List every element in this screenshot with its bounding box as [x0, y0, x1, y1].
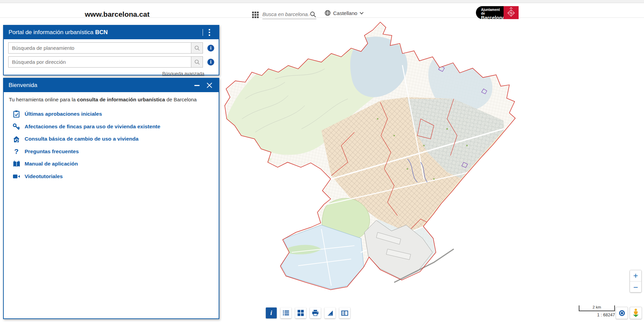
- site-search: [262, 10, 316, 19]
- locate-target-icon: [619, 310, 625, 316]
- address-search-group: [8, 56, 203, 68]
- map-toolbar: i: [266, 307, 350, 318]
- planning-search-group: [8, 42, 203, 54]
- book-icon: [12, 160, 21, 168]
- print-icon: [312, 310, 318, 316]
- house-change-icon: [12, 135, 21, 143]
- address-search-row: i: [8, 56, 214, 68]
- basemap-grid-button[interactable]: [295, 307, 306, 318]
- portal-panel-title: Portal de información urbanística: [9, 29, 94, 36]
- measure-button[interactable]: [325, 307, 335, 318]
- basemap-grid-icon: [298, 310, 304, 316]
- address-search-input[interactable]: [9, 57, 191, 67]
- locate-button[interactable]: [616, 307, 628, 319]
- search-icon[interactable]: [310, 11, 316, 18]
- zoom-out-button[interactable]: −: [630, 282, 641, 292]
- welcome-links: Últimas aprobaciones iniciales Afectacio…: [9, 108, 214, 183]
- logo-wordmark: Ajuntament de Barcelona: [476, 6, 504, 19]
- planning-search-button[interactable]: [191, 43, 203, 53]
- browser-top-strip: [0, 0, 644, 3]
- chevron-down-icon: [360, 11, 364, 14]
- zoom-in-button[interactable]: +: [630, 270, 641, 282]
- map-canvas[interactable]: [222, 19, 540, 319]
- results-list-icon: [283, 310, 289, 316]
- language-label: Castellano: [333, 10, 357, 16]
- zoom-control: + −: [630, 270, 642, 292]
- info-icon: i: [270, 309, 272, 317]
- welcome-panel-title: Bienvenida: [9, 82, 37, 89]
- welcome-intro: Tu herramienta online para la consulta d…: [9, 97, 214, 102]
- link-consulta-cambio-uso[interactable]: Consulta básica de cambio de uso a vivie…: [9, 133, 214, 145]
- key-icon: [12, 123, 21, 130]
- address-search-button[interactable]: [191, 57, 203, 67]
- swipe-button[interactable]: [339, 307, 350, 318]
- question-icon: ?: [12, 148, 21, 155]
- minimize-icon[interactable]: [194, 85, 200, 86]
- link-label: Consulta básica de cambio de uso a vivie…: [25, 136, 138, 142]
- site-header: www.barcelona.cat Castellano Ajuntament …: [0, 3, 644, 18]
- ajuntament-logo[interactable]: Ajuntament de Barcelona: [476, 6, 519, 19]
- language-selector[interactable]: Castellano: [325, 9, 362, 17]
- video-icon: [12, 174, 21, 179]
- link-label: Preguntas frecuentes: [25, 148, 79, 155]
- site-title: www.barcelona.cat: [85, 10, 149, 18]
- clipboard-check-icon: [12, 110, 21, 118]
- link-label: Manual de aplicación: [25, 161, 78, 167]
- pegman-icon: [632, 309, 640, 317]
- welcome-panel-body: Tu herramienta online para la consulta d…: [4, 92, 219, 187]
- link-preguntas-frecuentes[interactable]: ? Preguntas frecuentes: [9, 145, 214, 158]
- scale-bar-label: 2 km: [579, 305, 614, 309]
- link-label: Videotutoriales: [25, 173, 63, 180]
- search-icon: [194, 59, 200, 65]
- port-area: [365, 220, 454, 283]
- link-label: Últimas aprobaciones iniciales: [25, 111, 102, 117]
- close-icon[interactable]: [206, 82, 213, 89]
- scale-widget: 2 km 1 : 68247: [579, 305, 615, 317]
- scale-ratio: 1 : 68247: [579, 313, 615, 317]
- barcelona-crest-icon: [506, 7, 516, 18]
- planning-search-input[interactable]: [9, 43, 191, 53]
- header-divider: [203, 29, 203, 36]
- portal-panel-title-bold: BCN: [95, 29, 108, 36]
- site-search-input[interactable]: [262, 11, 310, 17]
- app-root: { "header": { "site_title": "www.barcelo…: [0, 0, 644, 330]
- portal-search-panel: Portal de información urbanística BCN i: [3, 25, 219, 75]
- swipe-icon: [341, 311, 348, 316]
- measure-icon: [327, 310, 333, 316]
- link-label: Afectaciones de fincas para uso de vivie…: [25, 124, 160, 130]
- streetview-pegman-button[interactable]: [630, 307, 642, 319]
- advanced-search-link[interactable]: Búsqueda avanzada: [162, 71, 204, 76]
- welcome-panel: Bienvenida Tu herramienta online para la…: [3, 78, 219, 319]
- portal-panel-body: i i Búsqueda avanzada: [4, 39, 219, 76]
- link-videotutoriales[interactable]: Videotutoriales: [9, 170, 214, 183]
- link-manual-aplicacion[interactable]: Manual de aplicación: [9, 158, 214, 170]
- link-ultimas-aprobaciones[interactable]: Últimas aprobaciones iniciales: [9, 108, 214, 120]
- search-icon: [194, 45, 200, 51]
- globe-icon: [325, 10, 331, 16]
- scale-bar: 2 km: [579, 305, 615, 311]
- logo-crest: [504, 6, 519, 19]
- link-afectaciones-fincas[interactable]: Afectaciones de fincas para uso de vivie…: [9, 120, 214, 133]
- welcome-panel-header: Bienvenida: [4, 78, 219, 92]
- portal-panel-header: Portal de información urbanística BCN: [4, 26, 219, 39]
- panel-menu-dots-icon[interactable]: [206, 28, 213, 37]
- info-button[interactable]: i: [266, 307, 277, 318]
- city-area: [222, 19, 540, 319]
- address-info-icon[interactable]: i: [207, 59, 214, 66]
- planning-info-icon[interactable]: i: [207, 45, 214, 52]
- print-button[interactable]: [310, 307, 321, 318]
- apps-grid-icon[interactable]: [252, 12, 259, 18]
- planning-search-row: i: [8, 42, 214, 54]
- results-list-button[interactable]: [280, 307, 291, 318]
- advanced-search-row: Búsqueda avanzada: [8, 70, 214, 76]
